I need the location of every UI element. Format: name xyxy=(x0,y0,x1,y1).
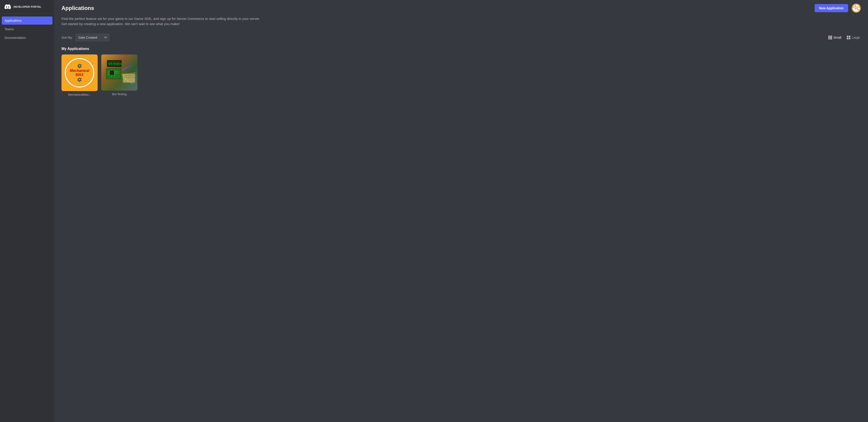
page-description: Find the perfect feature set for your ga… xyxy=(61,16,265,26)
view-large-button[interactable]: Large xyxy=(846,35,861,40)
apps-grid: MechanicalMAX MechanicalMax... xyxy=(61,55,861,96)
view-large-label: Large xyxy=(852,36,860,39)
sort-select[interactable]: Date Created Name xyxy=(75,34,110,41)
svg-point-34 xyxy=(132,77,132,78)
new-application-button[interactable]: New Application xyxy=(815,4,848,12)
svg-point-26 xyxy=(128,76,129,76)
svg-text:⚙: ⚙ xyxy=(855,5,856,6)
sidebar-item-teams[interactable]: Teams xyxy=(2,25,53,33)
app-card-mechanical-max[interactable]: MechanicalMAX MechanicalMax... xyxy=(61,55,98,96)
view-small-button[interactable]: Small xyxy=(828,35,842,40)
large-grid-icon xyxy=(847,36,850,39)
gear-bottom-icon xyxy=(77,77,82,82)
sidebar-title: DEVELOPER PORTAL xyxy=(13,5,41,8)
svg-rect-16 xyxy=(110,71,114,74)
sort-label: Sort By: xyxy=(61,36,73,39)
sidebar: DEVELOPER PORTAL Applications Teams Docu… xyxy=(0,0,54,422)
bot-testing-app-name: Bot Testing xyxy=(112,92,127,96)
content-area: Find the perfect feature set for your ga… xyxy=(54,16,868,103)
sidebar-item-applications[interactable]: Applications xyxy=(2,17,53,25)
svg-point-31 xyxy=(126,77,127,78)
sort-group: Sort By: Date Created Name xyxy=(61,34,110,41)
sidebar-nav: Applications Teams Documentation xyxy=(0,16,54,43)
small-grid-icon xyxy=(829,36,832,39)
svg-point-32 xyxy=(128,77,129,78)
svg-point-35 xyxy=(133,77,134,78)
svg-point-24 xyxy=(125,76,125,76)
gear-top-icon xyxy=(77,63,82,68)
main-content: Applications New Application Mechanical … xyxy=(54,0,868,422)
view-small-label: Small xyxy=(833,36,841,39)
svg-point-25 xyxy=(126,76,127,76)
svg-point-30 xyxy=(125,77,125,78)
mechanical-max-logo: MechanicalMAX xyxy=(65,58,94,88)
svg-rect-23 xyxy=(123,74,134,82)
mechanical-max-app-name: MechanicalMax... xyxy=(68,93,91,96)
avatar-image: Mechanical MAX ⚙ ⚙ xyxy=(852,4,861,13)
sidebar-header: DEVELOPER PORTAL xyxy=(0,0,54,14)
discord-logo-icon xyxy=(4,4,11,10)
bot-testing-image: LCD Display xyxy=(101,55,137,91)
mechanical-max-text: MechanicalMAX xyxy=(70,69,89,77)
my-applications-title: My Applications xyxy=(61,47,861,51)
avatar[interactable]: Mechanical MAX ⚙ ⚙ xyxy=(852,4,861,13)
bot-testing-thumbnail: LCD Display xyxy=(101,55,137,91)
sidebar-item-documentation[interactable]: Documentation xyxy=(2,34,53,42)
svg-point-29 xyxy=(133,76,134,76)
app-card-bot-testing[interactable]: LCD Display Bot Testing xyxy=(101,55,137,96)
svg-point-33 xyxy=(130,77,131,78)
top-bar: Applications New Application Mechanical … xyxy=(54,0,868,16)
page-title: Applications xyxy=(61,5,94,11)
svg-text:⚙: ⚙ xyxy=(857,9,859,11)
svg-text:Mechanical: Mechanical xyxy=(852,6,860,8)
svg-point-27 xyxy=(130,76,131,76)
mechanical-max-thumbnail: MechanicalMAX xyxy=(61,55,98,91)
top-bar-right: New Application Mechanical MAX ⚙ ⚙ xyxy=(815,4,861,13)
svg-text:LCD Display: LCD Display xyxy=(108,63,122,65)
view-toggle: Small Large xyxy=(828,35,861,40)
controls-bar: Sort By: Date Created Name xyxy=(61,34,861,41)
my-applications-section: My Applications MechanicalMAX xyxy=(61,47,861,96)
svg-point-28 xyxy=(132,76,132,76)
